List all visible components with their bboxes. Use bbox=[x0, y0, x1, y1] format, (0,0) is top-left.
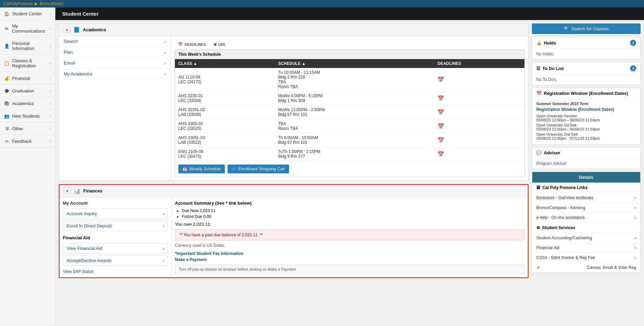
search-icon: 🔍 bbox=[564, 26, 569, 31]
cal-poly-links-title: 🏛 Cal Poly Pomona Links bbox=[532, 183, 640, 193]
monitor-small-icon: 🖥 bbox=[213, 42, 217, 47]
deadline-cell: 📅 bbox=[434, 119, 524, 133]
weekly-schedule-label: Weekly Schedule bbox=[189, 167, 221, 171]
top-bar: CalPolyPomona ▶ BroncoDirect bbox=[0, 0, 644, 7]
finances-collapse-btn[interactable]: ∨ bbox=[64, 188, 71, 194]
enrollment-cart-label: Enrollment Shopping Cart bbox=[238, 167, 285, 171]
session-name-0: Open University Session bbox=[536, 114, 636, 118]
weekly-schedule-btn[interactable]: 📅 Weekly Schedule bbox=[178, 165, 225, 173]
academics-collapse-btn[interactable]: ∨ bbox=[63, 27, 71, 33]
sidebar-item-graduation[interactable]: 🎓 Graduation › bbox=[0, 85, 55, 97]
bookstore-link[interactable]: Bookstore - Get/View textbooks › bbox=[532, 193, 640, 203]
calendar-reg-icon: 📅 bbox=[536, 91, 542, 96]
popup-note: Turn off pop-up blocker on browser befor… bbox=[175, 265, 524, 274]
table-row: ENG 2105-08LEC (30475) TuTh 1:00PM - 2:1… bbox=[175, 147, 524, 161]
holds-badge: 1 bbox=[630, 40, 636, 46]
sidebar-label-other: Other bbox=[12, 126, 23, 131]
reg-session-1: Open University 1st 5wk 03/08/23 12:00pm… bbox=[536, 123, 636, 131]
graduation-icon: 🎓 bbox=[4, 88, 10, 93]
sidebar-item-other[interactable]: 🖥 Other › bbox=[0, 122, 55, 135]
view-financial-aid-label: View Financial Aid bbox=[67, 246, 102, 251]
finances-title: Finances bbox=[83, 188, 102, 193]
breadcrumb-arrow: ▶ bbox=[35, 1, 38, 6]
reg-window-title: Registration Window (Enrollment Dates) bbox=[544, 91, 628, 96]
enroll-direct-deposit-link[interactable]: Enroll In Direct Deposit › bbox=[63, 221, 168, 231]
nav-search-arrow: › bbox=[165, 39, 166, 44]
main-content: Student Center ∨ 📘 Academics Search bbox=[55, 7, 644, 325]
sidebar-item-my-communications[interactable]: ✉ My Communications › bbox=[0, 20, 55, 37]
financial-aid-details-label: Financial Aid bbox=[536, 245, 559, 250]
class-cell: AG 1110-06LEC (34172) bbox=[175, 68, 275, 91]
account-inquiry-arrow: › bbox=[163, 211, 164, 216]
sidebar-item-new-students[interactable]: 👥 New Students › bbox=[0, 110, 55, 122]
account-inquiry-link[interactable]: Account Inquiry › bbox=[63, 208, 168, 219]
canvas-link[interactable]: ↗ Canvas, Email & Voter Reg bbox=[532, 263, 640, 273]
schedule-cell: Th 8:00AM - 10:50AMBldg 67 Rm 101 bbox=[275, 133, 434, 147]
cssa-link[interactable]: CSSA - Stdnt Involve & Rep Fee › bbox=[532, 253, 640, 263]
schedule-title: This Week's Schedule bbox=[175, 50, 524, 59]
enroll-direct-deposit-label: Enroll In Direct Deposit bbox=[67, 223, 112, 228]
accept-decline-awards-link[interactable]: Accept/Decline Awards › bbox=[63, 255, 168, 266]
calendar-icon[interactable]: 📅 bbox=[437, 151, 444, 157]
ehelp-arrow: › bbox=[635, 215, 636, 220]
sidebar-item-feedback[interactable]: ✏ Feedback › bbox=[0, 135, 55, 148]
calendar-icon[interactable]: 📅 bbox=[437, 96, 444, 101]
nav-enroll-arrow: › bbox=[165, 61, 166, 66]
nav-enroll[interactable]: Enroll › bbox=[59, 58, 171, 69]
enrollment-shopping-cart-btn[interactable]: 🛒 Enrollment Shopping Cart bbox=[228, 165, 289, 173]
cart-icon: 🛒 bbox=[232, 167, 237, 171]
sidebar-item-financial[interactable]: 💰 Financial › bbox=[0, 72, 55, 85]
view-financial-aid-link[interactable]: View Financial Aid › bbox=[63, 243, 168, 254]
important-fee-link[interactable]: *Important Student Fee Information bbox=[175, 251, 524, 256]
academics-title: Academics bbox=[83, 27, 106, 32]
calendar-icon[interactable]: 📅 bbox=[437, 137, 444, 143]
pencil-icon: ✏ bbox=[4, 138, 10, 144]
sidebar-label-academics: Academics bbox=[12, 101, 34, 106]
clipboard-icon: 📋 bbox=[4, 61, 10, 66]
class-cell: AHS 3305-02LEC (33523) bbox=[175, 119, 275, 133]
advisor-body: Program Advisor bbox=[532, 158, 640, 169]
sidebar-item-personal-information[interactable]: 👤 Personal Information › bbox=[0, 37, 55, 55]
owe-text: You owe 2,023.11. bbox=[175, 222, 524, 227]
ehelp-link[interactable]: e-help - On-line assistance › bbox=[532, 213, 640, 223]
calendar-icon[interactable]: 📅 bbox=[437, 109, 444, 115]
calendar-small-icon: 📅 bbox=[178, 42, 183, 47]
schedule-cell: MoWe 4:00PM - 5:15PMBldg 1 Rm 309 bbox=[275, 91, 434, 105]
finances-icon: 📊 bbox=[74, 188, 80, 194]
nav-my-academics[interactable]: My Academics › bbox=[59, 69, 171, 80]
group-icon: 👥 bbox=[4, 113, 10, 119]
search-classes-btn[interactable]: 🔍 Search for Classes bbox=[532, 23, 641, 34]
calendar-icon[interactable]: 📅 bbox=[437, 77, 444, 83]
nav-plan[interactable]: Plan › bbox=[59, 47, 171, 58]
academics-icon: 📘 bbox=[73, 27, 80, 33]
home-icon: 🏠 bbox=[4, 11, 10, 16]
nav-search[interactable]: Search › bbox=[59, 36, 171, 47]
table-row: AG 1110-06LEC (34172) Tu 10:00AM - 11:15… bbox=[175, 68, 524, 91]
sidebar-item-student-center[interactable]: 🏠 Student Center › bbox=[0, 7, 55, 20]
session-dates-2: 03/08/23 12:00pm - 07/11/23 11:59pm bbox=[536, 136, 636, 140]
sidebar-label-financial: Financial bbox=[12, 76, 30, 81]
calendar-icon[interactable]: 📅 bbox=[437, 123, 444, 129]
sidebar-label-feedback: Feedback bbox=[12, 139, 32, 144]
canvas-label: Canvas, Email & Voter Reg bbox=[587, 265, 636, 270]
todo-badge: 1 bbox=[630, 65, 636, 71]
details-header: Details bbox=[532, 172, 640, 183]
student-accounting-link[interactable]: Student Accounting/Cashiering › bbox=[532, 233, 640, 243]
nav-my-academics-arrow: › bbox=[165, 71, 166, 76]
due-now-label: Due Now bbox=[182, 208, 198, 213]
view-sap-link[interactable]: View SAP Status bbox=[63, 269, 168, 274]
account-summary-title: Account Summary (See * link below) bbox=[175, 201, 524, 206]
broncocompass-link[interactable]: BroncoCompass - Advising › bbox=[532, 203, 640, 213]
financial-aid-link[interactable]: Financial Aid › bbox=[532, 243, 640, 253]
sidebar-item-classes-registration[interactable]: 📋 Classes & Registration › bbox=[0, 55, 55, 72]
col-schedule: SCHEDULE ▲ bbox=[275, 59, 434, 68]
sidebar-item-academics[interactable]: 📚 Academics › bbox=[0, 97, 55, 110]
lock-icon: 🔒 bbox=[536, 40, 542, 46]
sidebar: 🏠 Student Center › ✉ My Communications ›… bbox=[0, 7, 55, 325]
account-inquiry-label: Account Inquiry bbox=[67, 211, 97, 216]
book-icon: 📚 bbox=[4, 101, 10, 106]
holds-section: 🔒 Holds 1 No Holds. bbox=[532, 37, 641, 59]
broncocompass-label: BroncoCompass - Advising bbox=[536, 205, 585, 210]
make-payment-link[interactable]: Make a Payment bbox=[175, 257, 524, 262]
reg-window-link[interactable]: Registration Window (Enrollment Dates) bbox=[536, 107, 636, 112]
